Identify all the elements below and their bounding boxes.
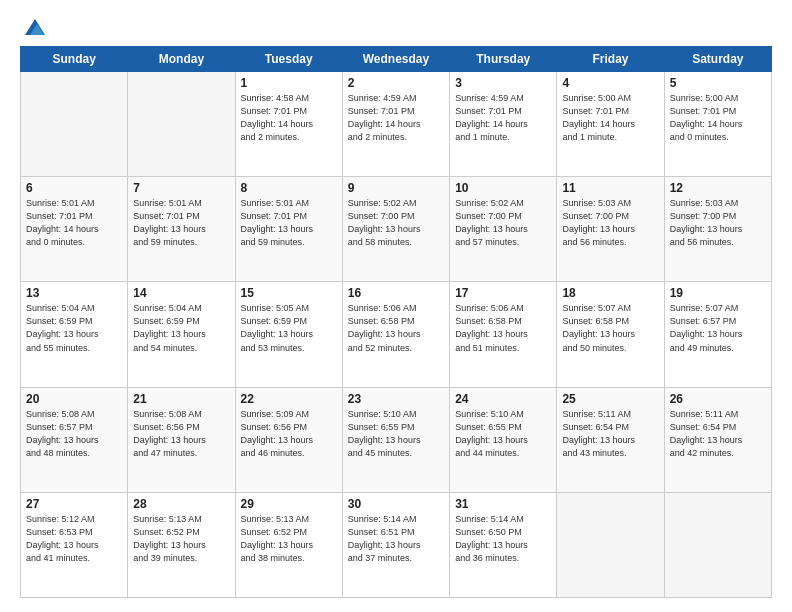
- day-number: 23: [348, 392, 445, 406]
- calendar-day-cell: 16Sunrise: 5:06 AM Sunset: 6:58 PM Dayli…: [342, 282, 449, 387]
- calendar-day-cell: 6Sunrise: 5:01 AM Sunset: 7:01 PM Daylig…: [21, 177, 128, 282]
- weekday-header-saturday: Saturday: [664, 47, 771, 72]
- day-number: 15: [241, 286, 338, 300]
- day-info: Sunrise: 5:03 AM Sunset: 7:00 PM Dayligh…: [670, 197, 767, 249]
- day-number: 28: [133, 497, 230, 511]
- weekday-header-thursday: Thursday: [450, 47, 557, 72]
- calendar-day-cell: [21, 72, 128, 177]
- day-number: 5: [670, 76, 767, 90]
- weekday-header-friday: Friday: [557, 47, 664, 72]
- day-info: Sunrise: 5:05 AM Sunset: 6:59 PM Dayligh…: [241, 302, 338, 354]
- day-info: Sunrise: 5:02 AM Sunset: 7:00 PM Dayligh…: [455, 197, 552, 249]
- logo: [20, 18, 46, 36]
- day-info: Sunrise: 5:07 AM Sunset: 6:57 PM Dayligh…: [670, 302, 767, 354]
- calendar-week-row: 1Sunrise: 4:58 AM Sunset: 7:01 PM Daylig…: [21, 72, 772, 177]
- weekday-header-sunday: Sunday: [21, 47, 128, 72]
- day-info: Sunrise: 5:08 AM Sunset: 6:56 PM Dayligh…: [133, 408, 230, 460]
- day-number: 10: [455, 181, 552, 195]
- day-info: Sunrise: 5:13 AM Sunset: 6:52 PM Dayligh…: [241, 513, 338, 565]
- calendar-day-cell: 25Sunrise: 5:11 AM Sunset: 6:54 PM Dayli…: [557, 387, 664, 492]
- calendar-table: SundayMondayTuesdayWednesdayThursdayFrid…: [20, 46, 772, 598]
- calendar-day-cell: 27Sunrise: 5:12 AM Sunset: 6:53 PM Dayli…: [21, 492, 128, 597]
- day-info: Sunrise: 5:12 AM Sunset: 6:53 PM Dayligh…: [26, 513, 123, 565]
- calendar-day-cell: 5Sunrise: 5:00 AM Sunset: 7:01 PM Daylig…: [664, 72, 771, 177]
- day-number: 27: [26, 497, 123, 511]
- day-info: Sunrise: 5:09 AM Sunset: 6:56 PM Dayligh…: [241, 408, 338, 460]
- calendar-day-cell: 30Sunrise: 5:14 AM Sunset: 6:51 PM Dayli…: [342, 492, 449, 597]
- calendar-day-cell: [664, 492, 771, 597]
- calendar-day-cell: 28Sunrise: 5:13 AM Sunset: 6:52 PM Dayli…: [128, 492, 235, 597]
- day-number: 4: [562, 76, 659, 90]
- day-info: Sunrise: 5:01 AM Sunset: 7:01 PM Dayligh…: [241, 197, 338, 249]
- calendar-day-cell: 22Sunrise: 5:09 AM Sunset: 6:56 PM Dayli…: [235, 387, 342, 492]
- calendar-day-cell: 24Sunrise: 5:10 AM Sunset: 6:55 PM Dayli…: [450, 387, 557, 492]
- calendar-day-cell: 1Sunrise: 4:58 AM Sunset: 7:01 PM Daylig…: [235, 72, 342, 177]
- calendar-day-cell: 10Sunrise: 5:02 AM Sunset: 7:00 PM Dayli…: [450, 177, 557, 282]
- day-number: 6: [26, 181, 123, 195]
- day-info: Sunrise: 4:59 AM Sunset: 7:01 PM Dayligh…: [455, 92, 552, 144]
- day-number: 24: [455, 392, 552, 406]
- day-info: Sunrise: 5:04 AM Sunset: 6:59 PM Dayligh…: [133, 302, 230, 354]
- calendar-day-cell: [128, 72, 235, 177]
- day-number: 16: [348, 286, 445, 300]
- day-info: Sunrise: 5:03 AM Sunset: 7:00 PM Dayligh…: [562, 197, 659, 249]
- day-number: 21: [133, 392, 230, 406]
- day-number: 7: [133, 181, 230, 195]
- day-number: 18: [562, 286, 659, 300]
- day-info: Sunrise: 5:01 AM Sunset: 7:01 PM Dayligh…: [26, 197, 123, 249]
- day-number: 3: [455, 76, 552, 90]
- calendar-day-cell: [557, 492, 664, 597]
- day-info: Sunrise: 5:10 AM Sunset: 6:55 PM Dayligh…: [348, 408, 445, 460]
- day-number: 1: [241, 76, 338, 90]
- calendar-day-cell: 7Sunrise: 5:01 AM Sunset: 7:01 PM Daylig…: [128, 177, 235, 282]
- calendar-day-cell: 31Sunrise: 5:14 AM Sunset: 6:50 PM Dayli…: [450, 492, 557, 597]
- calendar-week-row: 6Sunrise: 5:01 AM Sunset: 7:01 PM Daylig…: [21, 177, 772, 282]
- calendar-page: SundayMondayTuesdayWednesdayThursdayFrid…: [0, 0, 792, 612]
- calendar-day-cell: 13Sunrise: 5:04 AM Sunset: 6:59 PM Dayli…: [21, 282, 128, 387]
- calendar-day-cell: 14Sunrise: 5:04 AM Sunset: 6:59 PM Dayli…: [128, 282, 235, 387]
- day-info: Sunrise: 5:14 AM Sunset: 6:51 PM Dayligh…: [348, 513, 445, 565]
- calendar-day-cell: 4Sunrise: 5:00 AM Sunset: 7:01 PM Daylig…: [557, 72, 664, 177]
- day-info: Sunrise: 5:06 AM Sunset: 6:58 PM Dayligh…: [455, 302, 552, 354]
- day-info: Sunrise: 5:00 AM Sunset: 7:01 PM Dayligh…: [562, 92, 659, 144]
- day-info: Sunrise: 5:02 AM Sunset: 7:00 PM Dayligh…: [348, 197, 445, 249]
- calendar-week-row: 13Sunrise: 5:04 AM Sunset: 6:59 PM Dayli…: [21, 282, 772, 387]
- day-number: 19: [670, 286, 767, 300]
- calendar-day-cell: 15Sunrise: 5:05 AM Sunset: 6:59 PM Dayli…: [235, 282, 342, 387]
- day-info: Sunrise: 5:04 AM Sunset: 6:59 PM Dayligh…: [26, 302, 123, 354]
- day-info: Sunrise: 5:13 AM Sunset: 6:52 PM Dayligh…: [133, 513, 230, 565]
- logo-icon: [24, 18, 46, 36]
- weekday-header-wednesday: Wednesday: [342, 47, 449, 72]
- calendar-day-cell: 3Sunrise: 4:59 AM Sunset: 7:01 PM Daylig…: [450, 72, 557, 177]
- day-number: 26: [670, 392, 767, 406]
- calendar-day-cell: 2Sunrise: 4:59 AM Sunset: 7:01 PM Daylig…: [342, 72, 449, 177]
- day-info: Sunrise: 5:14 AM Sunset: 6:50 PM Dayligh…: [455, 513, 552, 565]
- calendar-week-row: 27Sunrise: 5:12 AM Sunset: 6:53 PM Dayli…: [21, 492, 772, 597]
- calendar-day-cell: 20Sunrise: 5:08 AM Sunset: 6:57 PM Dayli…: [21, 387, 128, 492]
- day-number: 13: [26, 286, 123, 300]
- weekday-header-tuesday: Tuesday: [235, 47, 342, 72]
- day-info: Sunrise: 5:00 AM Sunset: 7:01 PM Dayligh…: [670, 92, 767, 144]
- calendar-day-cell: 18Sunrise: 5:07 AM Sunset: 6:58 PM Dayli…: [557, 282, 664, 387]
- calendar-day-cell: 12Sunrise: 5:03 AM Sunset: 7:00 PM Dayli…: [664, 177, 771, 282]
- calendar-day-cell: 11Sunrise: 5:03 AM Sunset: 7:00 PM Dayli…: [557, 177, 664, 282]
- day-info: Sunrise: 5:11 AM Sunset: 6:54 PM Dayligh…: [562, 408, 659, 460]
- calendar-day-cell: 29Sunrise: 5:13 AM Sunset: 6:52 PM Dayli…: [235, 492, 342, 597]
- day-number: 29: [241, 497, 338, 511]
- day-number: 8: [241, 181, 338, 195]
- day-number: 17: [455, 286, 552, 300]
- calendar-day-cell: 26Sunrise: 5:11 AM Sunset: 6:54 PM Dayli…: [664, 387, 771, 492]
- day-info: Sunrise: 5:10 AM Sunset: 6:55 PM Dayligh…: [455, 408, 552, 460]
- calendar-day-cell: 8Sunrise: 5:01 AM Sunset: 7:01 PM Daylig…: [235, 177, 342, 282]
- day-number: 2: [348, 76, 445, 90]
- weekday-header-monday: Monday: [128, 47, 235, 72]
- day-number: 14: [133, 286, 230, 300]
- day-number: 20: [26, 392, 123, 406]
- day-number: 31: [455, 497, 552, 511]
- day-number: 9: [348, 181, 445, 195]
- calendar-week-row: 20Sunrise: 5:08 AM Sunset: 6:57 PM Dayli…: [21, 387, 772, 492]
- calendar-day-cell: 19Sunrise: 5:07 AM Sunset: 6:57 PM Dayli…: [664, 282, 771, 387]
- day-number: 25: [562, 392, 659, 406]
- day-number: 30: [348, 497, 445, 511]
- day-info: Sunrise: 4:58 AM Sunset: 7:01 PM Dayligh…: [241, 92, 338, 144]
